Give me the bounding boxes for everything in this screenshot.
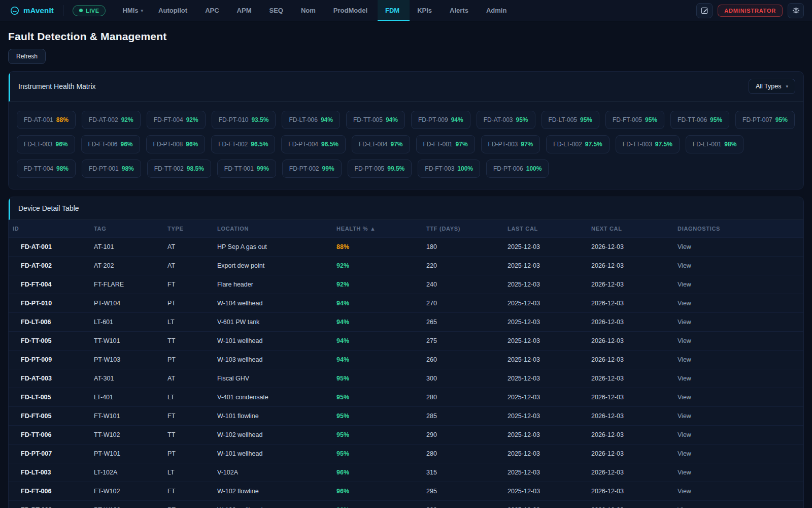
chevron-down-icon: ▾ (141, 8, 144, 13)
cell-next-cal: 2026-12-03 (587, 463, 673, 482)
chip-health-value: 95% (516, 116, 528, 123)
nav-item[interactable]: Autopilot (151, 0, 197, 21)
column-header[interactable]: TYPE (163, 220, 213, 238)
chip-device-id: FD-LT-006 (289, 116, 317, 123)
device-health-chip[interactable]: FD-PT-001 98% (82, 160, 141, 178)
view-link[interactable]: View (678, 319, 691, 326)
device-health-chip[interactable]: FD-TT-005 94% (346, 111, 405, 129)
cell-next-cal: 2026-12-03 (587, 351, 673, 369)
cell-location: W-103 wellhead (213, 351, 332, 369)
column-header[interactable]: NEXT CAL (587, 220, 673, 238)
device-health-chip[interactable]: FD-FT-002 96.5% (211, 135, 275, 153)
view-link[interactable]: View (678, 300, 691, 307)
chevron-down-icon: ▾ (786, 84, 788, 89)
device-health-chip[interactable]: FD-TT-001 99% (217, 160, 276, 178)
chip-health-value: 95% (775, 116, 788, 123)
chip-health-value: 98% (56, 165, 69, 172)
cell-next-cal: 2026-12-03 (587, 388, 673, 407)
nav-item[interactable]: APM (229, 0, 262, 21)
device-health-chip[interactable]: FD-PT-005 99.5% (348, 160, 412, 178)
nav-item[interactable]: Nom (293, 0, 326, 21)
chip-device-id: FD-PT-001 (89, 165, 119, 172)
device-health-chip[interactable]: FD-FT-006 96% (81, 135, 140, 153)
device-health-chip[interactable]: FD-TT-006 95% (670, 111, 729, 129)
device-health-chip[interactable]: FD-LT-002 97.5% (546, 135, 610, 153)
edit-button[interactable] (696, 3, 713, 18)
refresh-button[interactable]: Refresh (8, 49, 46, 64)
view-link[interactable]: View (678, 431, 691, 438)
device-health-chip[interactable]: FD-PT-006 100% (486, 160, 549, 178)
device-health-chip[interactable]: FD-LT-001 98% (686, 135, 744, 153)
chip-health-value: 93.5% (251, 116, 268, 123)
view-link[interactable]: View (678, 394, 691, 401)
type-filter-dropdown[interactable]: All Types ▾ (749, 79, 795, 94)
view-link[interactable]: View (678, 488, 691, 495)
nav-item[interactable]: Admin (479, 0, 517, 21)
device-health-chip[interactable]: FD-AT-003 95% (477, 111, 535, 129)
device-health-chip[interactable]: FD-FT-004 92% (147, 111, 206, 129)
device-health-chip[interactable]: FD-AT-001 88% (17, 111, 76, 129)
chip-device-id: FD-TT-005 (353, 116, 383, 123)
cell-tag: AT-202 (90, 257, 163, 275)
device-health-chip[interactable]: FD-TT-003 97.5% (616, 135, 680, 153)
cell-last-cal: 2025-12-03 (503, 275, 587, 294)
view-link[interactable]: View (678, 281, 691, 288)
column-header[interactable]: ID (9, 220, 90, 238)
device-health-chip[interactable]: FD-PT-002 99% (282, 160, 342, 178)
chip-health-value: 88% (56, 116, 69, 123)
nav-item-label: Admin (486, 7, 506, 14)
brand[interactable]: mAvenIt (0, 0, 63, 21)
view-link[interactable]: View (678, 412, 691, 420)
nav-item[interactable]: HMIs ▾ (115, 0, 151, 21)
column-header[interactable]: LOCATION (213, 220, 332, 238)
view-link[interactable]: View (678, 450, 691, 457)
view-link[interactable]: View (678, 243, 691, 250)
table-row: FD-PT-008 PT-W102 PT W-102 wellhead 96% … (9, 501, 803, 508)
column-header[interactable]: TAG (90, 220, 163, 238)
settings-button[interactable] (788, 3, 804, 18)
device-health-chip[interactable]: FD-TT-002 98.5% (147, 160, 211, 178)
device-health-chip[interactable]: FD-PT-008 96% (146, 135, 206, 153)
column-header[interactable]: LAST CAL (503, 220, 587, 238)
table-row: FD-FT-005 FT-W101 FT W-101 flowline 95% … (9, 407, 803, 426)
nav-item[interactable]: APC (197, 0, 229, 21)
column-header[interactable]: TTF (DAYS) (422, 220, 503, 238)
device-health-chip[interactable]: FD-LT-005 95% (542, 111, 600, 129)
nav-item[interactable]: ProdModel (326, 0, 378, 21)
table-row: FD-FT-004 FT-FLARE FT Flare header 92% 2… (9, 275, 803, 294)
nav-item[interactable]: KPIs (410, 0, 442, 21)
nav-item[interactable]: Alerts (442, 0, 479, 21)
device-health-chip[interactable]: FD-FT-005 95% (605, 111, 664, 129)
device-health-chip[interactable]: FD-TT-004 98% (17, 160, 76, 178)
nav-item[interactable]: FDM (378, 0, 410, 21)
panel-header: Device Detail Table (9, 197, 803, 220)
cell-id: FD-FT-004 (9, 275, 90, 294)
chip-device-id: FD-TT-003 (623, 141, 652, 148)
device-health-chip[interactable]: FD-PT-009 94% (411, 111, 470, 129)
device-health-chip[interactable]: FD-FT-001 97% (416, 135, 475, 153)
view-link[interactable]: View (678, 375, 691, 382)
column-header[interactable]: DIAGNOSTICS (673, 220, 803, 238)
table-row: FD-TT-005 TT-W101 TT W-101 wellhead 94% … (9, 332, 803, 351)
device-health-chip[interactable]: FD-PT-004 96.5% (281, 135, 346, 153)
column-header[interactable]: HEALTH % ▲ (332, 220, 422, 238)
device-health-chip[interactable]: FD-FT-003 100% (418, 160, 480, 178)
device-health-chip[interactable]: FD-PT-007 95% (735, 111, 795, 129)
chip-device-id: FD-PT-002 (289, 165, 319, 172)
chip-device-id: FD-TT-006 (678, 116, 707, 123)
nav-item[interactable]: SEQ (261, 0, 293, 21)
device-health-chip[interactable]: FD-LT-006 94% (282, 111, 340, 129)
cell-tag: FT-FLARE (90, 275, 163, 294)
device-health-chip[interactable]: FD-LT-003 96% (17, 135, 75, 153)
cell-diagnostics: View (673, 501, 803, 508)
view-link[interactable]: View (678, 356, 691, 363)
cell-type: FT (163, 407, 213, 426)
device-health-chip[interactable]: FD-PT-010 93.5% (212, 111, 276, 129)
device-health-chip[interactable]: FD-PT-003 97% (481, 135, 540, 153)
view-link[interactable]: View (678, 469, 691, 476)
view-link[interactable]: View (678, 262, 691, 269)
device-health-chip[interactable]: FD-LT-004 97% (352, 135, 410, 153)
view-link[interactable]: View (678, 337, 691, 344)
device-health-chip[interactable]: FD-AT-002 92% (82, 111, 141, 129)
cell-last-cal: 2025-12-03 (503, 407, 587, 426)
